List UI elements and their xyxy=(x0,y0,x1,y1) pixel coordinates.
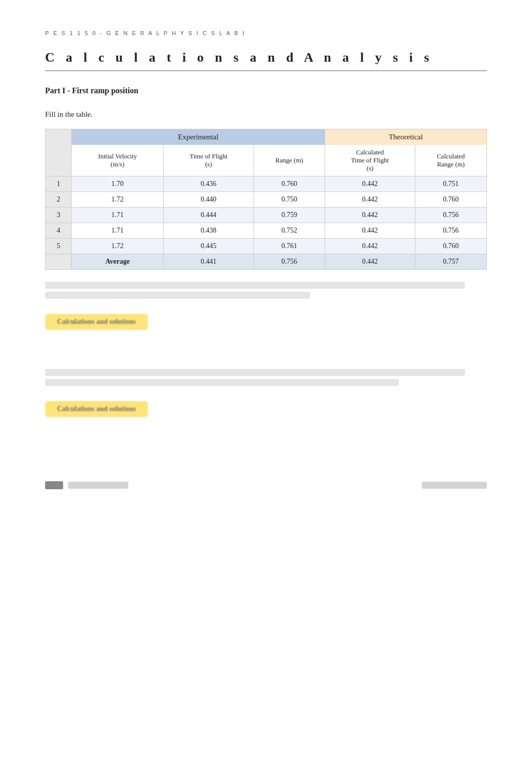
blurred-line xyxy=(45,379,399,386)
col-group-experimental: Experimental xyxy=(72,129,325,145)
table-cell: 0.752 xyxy=(253,223,325,239)
table-row: 11.700.4360.7600.4420.751 xyxy=(46,176,487,192)
col-header-trial xyxy=(46,129,72,176)
col-header-initial-velocity: Initial Velocity(m/s) xyxy=(72,145,164,176)
calc-solutions-button-2[interactable]: Calculations and solutions xyxy=(45,401,148,417)
nav-icon-dark xyxy=(45,481,63,489)
table-cell: 0.760 xyxy=(253,176,325,192)
col-header-calc-range: CalculatedRange (m) xyxy=(415,145,487,176)
table-cell: 5 xyxy=(46,239,72,254)
table-row: 41.710.4380.7520.4420.756 xyxy=(46,223,487,239)
data-table: Experimental Theoretical Initial Velocit… xyxy=(45,129,487,270)
table-cell: 1.71 xyxy=(72,223,164,239)
table-cell: 3 xyxy=(46,208,72,223)
bottom-nav-left xyxy=(45,481,128,489)
average-cell: Average xyxy=(72,254,164,270)
table-cell: 4 xyxy=(46,223,72,239)
table-cell: 0.442 xyxy=(325,208,415,223)
table-cell: 1.71 xyxy=(72,208,164,223)
yellow-button-section-2: Calculations and solutions xyxy=(45,401,487,421)
nav-text-blurred xyxy=(68,482,128,489)
average-cell: 0.757 xyxy=(415,254,487,270)
average-cell: 0.756 xyxy=(253,254,325,270)
table-cell: 0.444 xyxy=(163,208,253,223)
col-header-calc-time: CalculatedTime of Flight(s) xyxy=(325,145,415,176)
nav-right-blurred xyxy=(422,482,487,489)
table-cell: 0.760 xyxy=(415,239,487,254)
table-cell: 0.442 xyxy=(325,176,415,192)
table-cell: 0.760 xyxy=(415,192,487,208)
blurred-line xyxy=(45,282,465,289)
blurred-line xyxy=(45,292,310,299)
calc-solutions-button-1[interactable]: Calculations and solutions xyxy=(45,314,148,330)
table-cell: 1.70 xyxy=(72,176,164,192)
yellow-button-section-1: Calculations and solutions xyxy=(45,314,487,334)
header-label: P E S 1 1 5 0 - G E N E R A L P H Y S I … xyxy=(45,30,487,36)
average-cell: 0.442 xyxy=(325,254,415,270)
table-cell: 0.442 xyxy=(325,239,415,254)
table-cell: 0.442 xyxy=(325,223,415,239)
average-cell: 0.441 xyxy=(163,254,253,270)
section-heading: Part I - First ramp position xyxy=(45,86,487,95)
col-header-time-of-flight: Time of Flight(s) xyxy=(163,145,253,176)
instruction-text: Fill in the table. xyxy=(45,110,487,119)
average-row: Average0.4410.7560.4420.757 xyxy=(46,254,487,270)
page: P E S 1 1 5 0 - G E N E R A L P H Y S I … xyxy=(0,0,532,780)
table-cell: 0.438 xyxy=(163,223,253,239)
table-cell: 1 xyxy=(46,176,72,192)
average-cell xyxy=(46,254,72,270)
table-cell: 0.761 xyxy=(253,239,325,254)
col-header-range: Range (m) xyxy=(253,145,325,176)
bottom-nav xyxy=(45,481,487,489)
table-cell: 1.72 xyxy=(72,239,164,254)
blurred-text-section-1 xyxy=(45,282,487,299)
table-row: 51.720.4450.7610.4420.760 xyxy=(46,239,487,254)
table-cell: 0.751 xyxy=(415,176,487,192)
table-cell: 0.756 xyxy=(415,208,487,223)
table-cell: 0.750 xyxy=(253,192,325,208)
table-cell: 0.436 xyxy=(163,176,253,192)
table-cell: 1.72 xyxy=(72,192,164,208)
blurred-line xyxy=(45,369,465,376)
page-title: C a l c u l a t i o n s a n d A n a l y … xyxy=(45,50,487,71)
col-group-theoretical: Theoretical xyxy=(325,129,487,145)
table-cell: 0.445 xyxy=(163,239,253,254)
table-row: 21.720.4400.7500.4420.760 xyxy=(46,192,487,208)
table-cell: 0.440 xyxy=(163,192,253,208)
table-cell: 0.442 xyxy=(325,192,415,208)
table-cell: 2 xyxy=(46,192,72,208)
table-cell: 0.756 xyxy=(415,223,487,239)
table-row: 31.710.4440.7590.4420.756 xyxy=(46,208,487,223)
table-cell: 0.759 xyxy=(253,208,325,223)
blurred-text-section-2 xyxy=(45,369,487,386)
